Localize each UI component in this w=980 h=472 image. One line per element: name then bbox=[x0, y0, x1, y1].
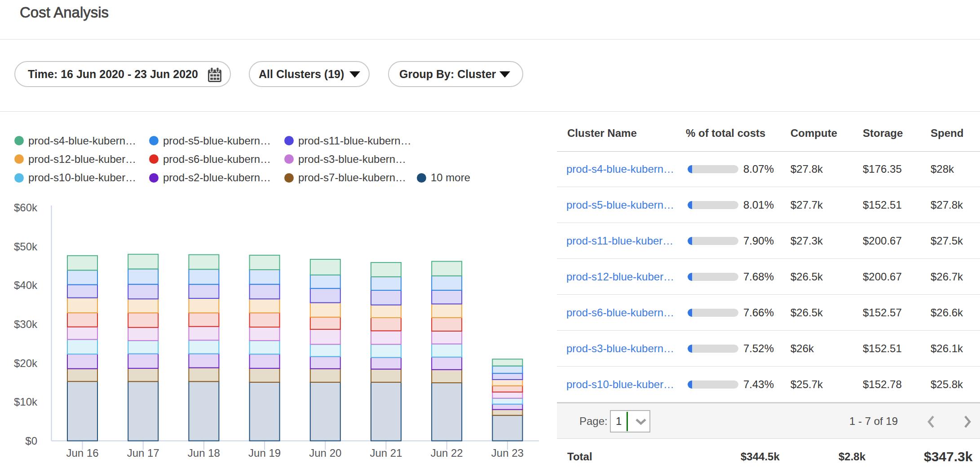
svg-text:$0: $0 bbox=[25, 435, 37, 447]
svg-text:Jun 22: Jun 22 bbox=[431, 447, 463, 459]
svg-text:Jun 19: Jun 19 bbox=[248, 447, 281, 459]
svg-text:Jun 16: Jun 16 bbox=[66, 447, 98, 459]
svg-text:$20k: $20k bbox=[14, 357, 38, 369]
svg-text:Jun 20: Jun 20 bbox=[309, 447, 341, 459]
svg-text:Jun 18: Jun 18 bbox=[188, 447, 220, 459]
svg-text:$30k: $30k bbox=[14, 318, 38, 330]
svg-text:$40k: $40k bbox=[14, 279, 38, 291]
svg-text:Jun 17: Jun 17 bbox=[127, 447, 159, 459]
svg-text:$10k: $10k bbox=[14, 396, 38, 408]
svg-text:$60k: $60k bbox=[14, 201, 38, 214]
svg-text:Jun 21: Jun 21 bbox=[370, 447, 402, 459]
svg-text:Jun 23: Jun 23 bbox=[491, 447, 524, 459]
svg-text:$50k: $50k bbox=[14, 240, 38, 253]
